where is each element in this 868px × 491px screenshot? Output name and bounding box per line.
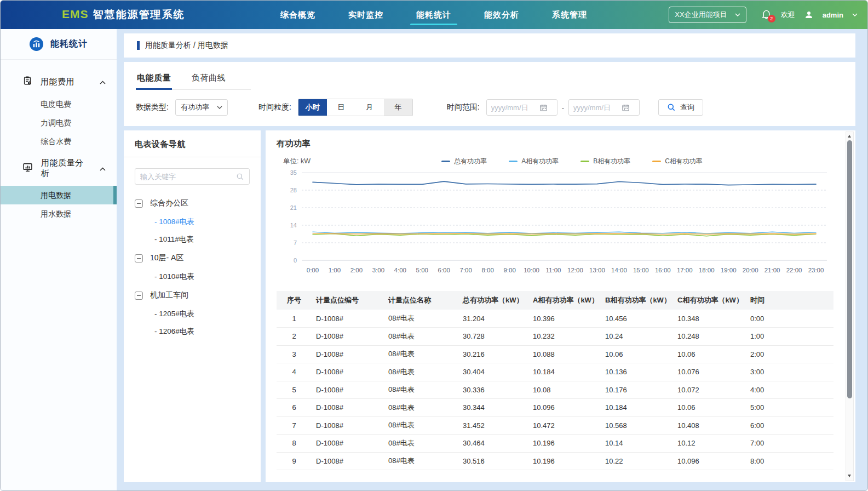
topnav-item[interactable]: 能效分析	[477, 1, 526, 29]
table-cell: 10.06	[673, 345, 746, 363]
table-cell: D-1008#	[312, 399, 384, 417]
svg-text:28: 28	[290, 187, 297, 193]
topnav-item[interactable]: 实时监控	[341, 1, 390, 29]
table-cell: 08#电表	[384, 363, 458, 381]
table-row[interactable]: 3D-1008#08#电表30.21610.08810.0610.062:00	[277, 345, 833, 363]
table-cell: 10.22	[601, 452, 673, 470]
collapse-icon[interactable]	[135, 199, 143, 208]
device-search-input[interactable]	[140, 173, 233, 181]
table-cell: 10.176	[601, 381, 673, 399]
sidebar-group-用能费用[interactable]: ¥用能费用	[1, 68, 117, 95]
tree-item-1008#电表[interactable]: 1008#电表	[124, 213, 261, 231]
table-cell: 3:00	[746, 363, 833, 381]
sidebar-group-用能质量分析[interactable]: 用能质量分析	[1, 151, 117, 186]
granularity-option-月[interactable]: 月	[355, 99, 384, 116]
table-cell: 08#电表	[384, 399, 458, 417]
end-date-input[interactable]	[573, 104, 619, 112]
table-row[interactable]: 6D-1008#08#电表30.34410.09610.18410.065:00	[277, 399, 833, 417]
sidebar-item-用水数据[interactable]: 用水数据	[1, 204, 117, 223]
legend-swatch	[652, 161, 661, 162]
table-row[interactable]: 2D-1008#08#电表30.72810.23210.2410.2481:00	[277, 328, 833, 346]
tree-group-10层- A区[interactable]: 10层- A区	[124, 248, 261, 268]
collapse-icon[interactable]	[135, 292, 143, 300]
chevron-up-icon	[100, 163, 106, 173]
sidebar-group-label: 用能质量分析	[41, 158, 91, 179]
table-cell: 08#电表	[384, 310, 458, 328]
svg-text:21:00: 21:00	[764, 267, 780, 273]
legend-item-B相有功功率[interactable]: B相有功功率	[580, 157, 630, 166]
table-cell: 9	[277, 452, 312, 470]
end-date-input-wrap	[568, 99, 640, 116]
sidebar-item-电度电费[interactable]: 电度电费	[1, 95, 117, 113]
sidebar-item-力调电费[interactable]: 力调电费	[1, 113, 117, 132]
svg-text:11:00: 11:00	[546, 267, 561, 273]
table-cell: 10.12	[673, 435, 746, 453]
data-type-select[interactable]: 有功功率	[175, 99, 228, 116]
scrollbar-thumb[interactable]	[847, 140, 852, 398]
tree-group-label: 10层- A区	[150, 253, 183, 263]
chart-legend: 总有功功率A相有功功率B相有功功率C相有功功率	[311, 157, 833, 166]
expense-clipboard-icon: ¥	[22, 76, 32, 88]
brand-logo: EMS	[62, 8, 89, 21]
tree-item-1011#电表[interactable]: 1011#电表	[124, 231, 261, 248]
calendar-icon[interactable]	[539, 104, 548, 112]
filter-panel: 电能质量负荷曲线 数据类型: 有功功率 时间粒度: 小时日月年 时间范围:	[124, 62, 855, 126]
sidebar-title: 能耗统计	[50, 38, 88, 50]
query-button[interactable]: 查询	[658, 99, 703, 116]
table-row[interactable]: 4D-1008#08#电表30.40410.18410.13610.0763:0…	[277, 363, 833, 381]
table-cell: 08#电表	[384, 381, 458, 399]
table-cell: 10.072	[673, 381, 746, 399]
data-table: 序号计量点位编号计量点位名称总有功功率（kW）A相有功功率（kW）B相有功功率（…	[277, 291, 833, 470]
start-date-input[interactable]	[491, 104, 537, 112]
svg-text:15:00: 15:00	[633, 267, 649, 273]
calendar-icon[interactable]	[622, 104, 630, 112]
column-header-总有功功率（kW）: 总有功功率（kW）	[458, 291, 528, 310]
table-cell: 10.196	[528, 435, 601, 453]
tab-电能质量[interactable]: 电能质量	[136, 68, 172, 89]
tree-item-1206#电表[interactable]: 1206#电表	[124, 323, 261, 340]
legend-item-C相有功功率[interactable]: C相有功功率	[652, 157, 703, 166]
notification-bell[interactable]: 2	[761, 8, 772, 22]
project-select[interactable]: XX企业用能项目	[669, 7, 746, 23]
table-row[interactable]: 1D-1008#08#电表31.20410.39610.45610.3480:0…	[277, 310, 833, 328]
user-menu-chevron-icon[interactable]	[852, 13, 858, 16]
search-icon[interactable]	[236, 173, 244, 181]
tree-item-1205#电表[interactable]: 1205#电表	[124, 305, 261, 323]
table-cell: 4	[277, 363, 312, 381]
table-cell: 10.136	[601, 363, 673, 381]
svg-text:12:00: 12:00	[567, 267, 583, 273]
collapse-icon[interactable]	[135, 254, 143, 262]
svg-text:1:00: 1:00	[329, 267, 341, 273]
granularity-option-日[interactable]: 日	[327, 99, 355, 116]
device-search-box	[135, 168, 250, 185]
table-row[interactable]: 7D-1008#08#电表31.45210.47210.56810.4086:0…	[277, 416, 833, 435]
column-header-B相有功功率（kW）: B相有功功率（kW）	[601, 291, 673, 310]
tree-group-label: 机加工车间	[150, 290, 188, 300]
granularity-option-年[interactable]: 年	[384, 99, 412, 116]
tab-负荷曲线[interactable]: 负荷曲线	[191, 68, 227, 89]
sidebar-item-综合水费[interactable]: 综合水费	[1, 132, 117, 151]
vertical-scrollbar[interactable]	[846, 132, 854, 481]
sidebar-item-用电数据[interactable]: 用电数据	[1, 186, 117, 204]
table-row[interactable]: 9D-1008#08#电表30.51610.19610.2210.0968:00	[277, 452, 833, 470]
tree-group-综合办公区[interactable]: 综合办公区	[124, 193, 261, 213]
table-row[interactable]: 8D-1008#08#电表30.46410.19610.1410.127:00	[277, 435, 833, 453]
legend-item-总有功功率[interactable]: 总有功功率	[441, 157, 487, 166]
svg-text:19:00: 19:00	[721, 267, 737, 273]
legend-item-A相有功功率[interactable]: A相有功功率	[509, 157, 559, 166]
granularity-option-小时[interactable]: 小时	[298, 99, 327, 116]
table-cell: 10.06	[601, 345, 673, 363]
data-type-label: 数据类型:	[136, 102, 169, 112]
scrollbar-down-arrow-icon[interactable]	[846, 473, 853, 479]
tree-item-1010#电表[interactable]: 1010#电表	[124, 268, 261, 286]
topnav-item[interactable]: 综合概览	[273, 1, 323, 29]
svg-text:23:00: 23:00	[808, 267, 824, 273]
svg-text:16:00: 16:00	[655, 267, 671, 273]
scrollbar-up-arrow-icon[interactable]	[846, 133, 853, 140]
svg-text:5:00: 5:00	[416, 267, 428, 273]
topnav-item[interactable]: 系统管理	[545, 1, 594, 29]
tree-group-机加工车间[interactable]: 机加工车间	[124, 286, 261, 305]
topnav-item[interactable]: 能耗统计	[409, 1, 458, 29]
table-cell: 8:00	[746, 452, 833, 470]
table-row[interactable]: 5D-1008#08#电表30.33610.0810.17610.0724:00	[277, 381, 833, 399]
